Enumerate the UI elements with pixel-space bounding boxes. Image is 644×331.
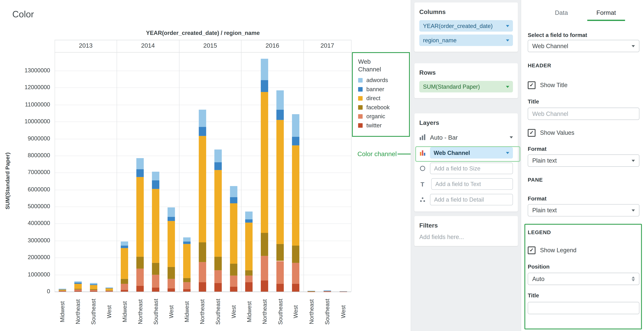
- bar-segment-adwords[interactable]: [74, 282, 82, 283]
- bar-segment-facebook[interactable]: [276, 244, 284, 261]
- bar-segment-organic[interactable]: [152, 274, 160, 287]
- bar-segment-facebook[interactable]: [168, 267, 175, 279]
- bar-segment-twitter[interactable]: [59, 291, 66, 292]
- bar-segment-direct[interactable]: [183, 244, 190, 278]
- bar-segment-twitter[interactable]: [183, 289, 190, 292]
- bar-segment-direct[interactable]: [214, 170, 222, 257]
- legend-item[interactable]: banner: [358, 86, 404, 92]
- bar-segment-direct[interactable]: [292, 146, 299, 246]
- bar-segment-organic[interactable]: [90, 290, 97, 291]
- legend-item[interactable]: twitter: [358, 122, 404, 129]
- bar-segment-organic[interactable]: [121, 284, 128, 290]
- bar-segment-adwords[interactable]: [214, 150, 222, 162]
- bar-segment-organic[interactable]: [183, 282, 190, 289]
- bar-segment-twitter[interactable]: [168, 288, 175, 292]
- layer-type-dropdown[interactable]: Auto - Bar: [419, 131, 513, 143]
- filters-placeholder[interactable]: Add fields here...: [419, 234, 513, 240]
- legend-item[interactable]: organic: [358, 113, 404, 120]
- bar-segment-organic[interactable]: [59, 291, 66, 291]
- text-field-input[interactable]: Add a field to Text: [431, 178, 513, 190]
- show-values-checkbox[interactable]: ✓: [528, 129, 536, 137]
- header-format-select[interactable]: Plain text: [528, 154, 639, 167]
- bar-segment-twitter[interactable]: [121, 290, 128, 292]
- legend-item[interactable]: adwords: [358, 77, 404, 83]
- bar-segment-banner[interactable]: [121, 246, 128, 248]
- bar-segment-adwords[interactable]: [261, 59, 268, 80]
- bar-segment-organic[interactable]: [276, 261, 284, 284]
- bar-segment-twitter[interactable]: [90, 291, 97, 292]
- bar-segment-facebook[interactable]: [183, 278, 190, 282]
- bar-segment-banner[interactable]: [136, 169, 144, 177]
- bar-segment-facebook[interactable]: [90, 289, 97, 290]
- bar-segment-direct[interactable]: [105, 288, 113, 290]
- bar-segment-adwords[interactable]: [121, 242, 128, 246]
- bar-segment-twitter[interactable]: [324, 291, 331, 292]
- pill-region-name[interactable]: region_name: [419, 34, 513, 46]
- bar-segment-adwords[interactable]: [105, 287, 113, 288]
- bar-segment-banner[interactable]: [246, 219, 253, 223]
- bar-segment-twitter[interactable]: [105, 291, 113, 292]
- bar-segment-facebook[interactable]: [308, 291, 315, 292]
- bar-segment-direct[interactable]: [230, 203, 237, 264]
- pill-year-order-created-date[interactable]: YEAR(order_created_date): [419, 20, 513, 32]
- bar-segment-facebook[interactable]: [59, 290, 66, 291]
- bar-segment-direct[interactable]: [199, 136, 206, 242]
- bar-segment-adwords[interactable]: [276, 90, 284, 110]
- bar-segment-adwords[interactable]: [152, 172, 160, 180]
- bar-segment-direct[interactable]: [121, 248, 128, 279]
- bar-segment-banner[interactable]: [230, 197, 237, 203]
- bar-segment-twitter[interactable]: [152, 287, 160, 292]
- bar-segment-adwords[interactable]: [340, 291, 347, 291]
- bar-segment-twitter[interactable]: [199, 282, 206, 292]
- bar-segment-facebook[interactable]: [105, 290, 113, 291]
- bar-segment-facebook[interactable]: [214, 257, 222, 270]
- bar-segment-organic[interactable]: [292, 263, 299, 284]
- bar-segment-twitter[interactable]: [246, 282, 253, 292]
- header-title-input[interactable]: [528, 108, 639, 120]
- bar-segment-adwords[interactable]: [246, 212, 253, 219]
- color-field-pill[interactable]: Web Channel: [430, 147, 513, 158]
- bar-segment-facebook[interactable]: [261, 233, 268, 256]
- bar-segment-facebook[interactable]: [152, 263, 160, 275]
- pill-sum-standard-paper[interactable]: SUM(Standard Paper): [419, 81, 513, 92]
- bar-segment-facebook[interactable]: [121, 279, 128, 284]
- bar-segment-adwords[interactable]: [308, 291, 315, 291]
- detail-field-input[interactable]: Add a field to Detail: [430, 194, 513, 205]
- bar-segment-organic[interactable]: [214, 270, 222, 283]
- bar-segment-banner[interactable]: [276, 110, 284, 120]
- bar-segment-facebook[interactable]: [230, 264, 237, 276]
- bar-segment-twitter[interactable]: [74, 291, 82, 292]
- bar-segment-banner[interactable]: [183, 242, 190, 244]
- bar-segment-twitter[interactable]: [214, 283, 222, 292]
- bar-segment-organic[interactable]: [199, 262, 206, 282]
- bar-segment-organic[interactable]: [74, 290, 82, 291]
- bar-segment-organic[interactable]: [246, 276, 253, 282]
- bar-segment-adwords[interactable]: [324, 290, 331, 291]
- bar-segment-direct[interactable]: [136, 177, 144, 257]
- bar-segment-banner[interactable]: [90, 284, 97, 285]
- bar-segment-direct[interactable]: [276, 120, 284, 244]
- bar-segment-banner[interactable]: [59, 289, 66, 290]
- field-to-format-select[interactable]: Web Channel: [528, 40, 639, 52]
- bar-segment-adwords[interactable]: [136, 158, 144, 169]
- legend-item[interactable]: direct: [358, 95, 404, 102]
- bar-segment-direct[interactable]: [246, 223, 253, 270]
- bar-segment-banner[interactable]: [261, 80, 268, 92]
- bar-segment-banner[interactable]: [199, 127, 206, 136]
- tab-data[interactable]: Data: [545, 9, 578, 16]
- bar-segment-twitter[interactable]: [276, 284, 284, 292]
- pane-format-select[interactable]: Plain text: [528, 204, 639, 216]
- bar-segment-adwords[interactable]: [168, 208, 175, 217]
- bar-segment-facebook[interactable]: [136, 257, 144, 269]
- bar-segment-facebook[interactable]: [246, 270, 253, 275]
- show-title-checkbox[interactable]: ✓: [528, 81, 536, 89]
- bar-segment-adwords[interactable]: [292, 114, 299, 137]
- legend-item[interactable]: facebook: [358, 104, 404, 110]
- bar-segment-facebook[interactable]: [199, 242, 206, 262]
- bar-segment-organic[interactable]: [230, 276, 237, 286]
- bar-segment-banner[interactable]: [152, 180, 160, 189]
- bar-segment-direct[interactable]: [59, 289, 66, 290]
- bar-segment-adwords[interactable]: [59, 289, 66, 289]
- bar-segment-direct[interactable]: [168, 221, 175, 267]
- bar-segment-direct[interactable]: [261, 92, 268, 233]
